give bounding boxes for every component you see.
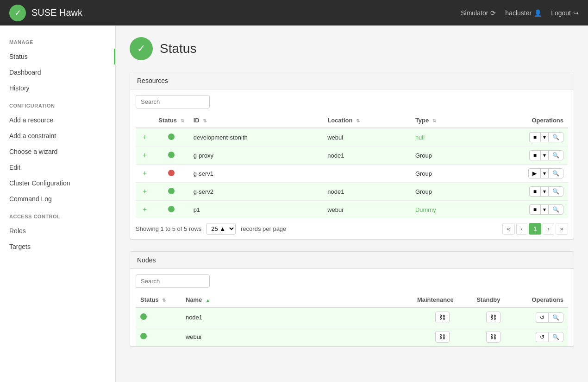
table-row: +p1webuiDummy■▾🔍 [136, 201, 568, 219]
sidebar-item-status[interactable]: Status [0, 49, 115, 64]
sidebar-item-add-constraint[interactable]: Add a constraint [0, 128, 115, 144]
nodes-col-maintenance-header[interactable]: Maintenance [413, 293, 472, 307]
sidebar-item-edit[interactable]: Edit [0, 159, 115, 175]
sort-type-icon: ⇅ [432, 118, 436, 123]
page-next-btn[interactable]: › [543, 223, 554, 235]
resource-search-btn[interactable]: 🔍 [548, 186, 563, 197]
sidebar-item-targets[interactable]: Targets [0, 239, 115, 255]
logout-label: Logout [551, 9, 571, 17]
expand-row-btn[interactable]: + [140, 151, 149, 159]
resource-type-link[interactable]: Dummy [415, 206, 436, 213]
resource-type-link[interactable]: null [415, 134, 425, 141]
status-dot [168, 134, 175, 140]
resource-type-cell[interactable]: Dummy [411, 201, 474, 219]
col-id-header[interactable]: ID ⇅ [189, 113, 323, 128]
expand-row-btn[interactable]: + [140, 169, 149, 178]
simulator-link[interactable]: Simulator ⟳ [461, 9, 496, 17]
nodes-col-name-header[interactable]: Name ▲ [181, 293, 413, 307]
page-first-btn[interactable]: « [502, 223, 515, 235]
nodes-search-input[interactable] [136, 274, 210, 288]
col-status-header[interactable]: Status ⇅ [154, 113, 188, 128]
sidebar-item-command-log[interactable]: Command Log [0, 191, 115, 207]
nodes-table: Status ⇅ Name ▲ Maintenance St [136, 293, 568, 346]
sort-id-icon: ⇅ [203, 118, 206, 123]
table-row: +development-stonithwebuinull■▾🔍 [136, 128, 568, 146]
resource-search-btn[interactable]: 🔍 [548, 168, 563, 178]
page-1-btn[interactable]: 1 [529, 223, 541, 235]
page-last-btn[interactable]: » [556, 223, 568, 235]
sidebar: MANAGE Status Dashboard History CONFIGUR… [0, 25, 116, 382]
table-row: webui⛓⛓↺🔍 [136, 327, 568, 347]
status-dot [140, 313, 147, 320]
user-label: hacluster [505, 9, 532, 17]
resource-location-cell: node1 [323, 146, 411, 165]
resource-action-btn[interactable]: ■ [529, 150, 540, 160]
node-maintenance-cell: ⛓ [413, 327, 472, 347]
standby-toggle-btn[interactable]: ⛓ [486, 331, 500, 343]
sidebar-item-roles[interactable]: Roles [0, 223, 115, 239]
resource-type-cell: Group [411, 183, 474, 201]
header-left: ✓ SUSE Hawk [9, 5, 82, 21]
resources-table: Status ⇅ ID ⇅ Location ⇅ [136, 113, 568, 218]
node-ops-cell: ↺🔍 [515, 307, 568, 327]
expand-row-btn[interactable]: + [140, 187, 149, 196]
node-search-btn[interactable]: 🔍 [548, 312, 563, 323]
resource-dropdown-btn[interactable]: ▾ [540, 132, 548, 142]
resource-search-btn[interactable]: 🔍 [548, 132, 563, 142]
table-row: node1⛓⛓↺🔍 [136, 307, 568, 327]
nodes-col-standby-header[interactable]: Standby [472, 293, 515, 307]
col-location-header[interactable]: Location ⇅ [323, 113, 411, 128]
op-btn-group: ■▾🔍 [529, 132, 563, 142]
table-row: +g-serv2node1Group■▾🔍 [136, 183, 568, 201]
resource-action-btn[interactable]: ■ [529, 186, 540, 197]
status-dot [168, 206, 175, 212]
node-op-btn-group: ↺🔍 [536, 332, 563, 342]
sidebar-item-history[interactable]: History [0, 80, 115, 96]
node-refresh-btn[interactable]: ↺ [536, 312, 548, 323]
standby-toggle-btn[interactable]: ⛓ [486, 312, 500, 323]
col-type-header[interactable]: Type ⇅ [411, 113, 474, 128]
resource-id-cell: g-serv1 [189, 165, 323, 183]
node-standby-cell: ⛓ [472, 327, 515, 347]
app-header: ✓ SUSE Hawk Simulator ⟳ hacluster 👤 Logo… [0, 0, 588, 25]
page-prev-btn[interactable]: ‹ [516, 223, 527, 235]
status-dot [168, 170, 175, 176]
resource-search-btn[interactable]: 🔍 [548, 150, 563, 160]
node-refresh-btn[interactable]: ↺ [536, 332, 548, 342]
resource-dropdown-btn[interactable]: ▾ [540, 204, 548, 215]
node-maintenance-cell: ⛓ [413, 307, 472, 327]
expand-row-btn[interactable]: + [140, 205, 149, 214]
logout-link[interactable]: Logout ↪ [551, 9, 579, 17]
sidebar-item-cluster-config[interactable]: Cluster Configuration [0, 175, 115, 191]
node-search-btn[interactable]: 🔍 [548, 332, 563, 342]
resources-search-input[interactable] [136, 95, 210, 108]
sidebar-item-dashboard[interactable]: Dashboard [0, 64, 115, 80]
sidebar-item-choose-wizard[interactable]: Choose a wizard [0, 144, 115, 159]
status-ok-icon: ✓ [130, 37, 153, 60]
resource-dropdown-btn[interactable]: ▾ [540, 150, 548, 160]
resource-action-btn[interactable]: ■ [529, 132, 540, 142]
resources-heading: Resources [130, 72, 574, 89]
sidebar-item-add-resource[interactable]: Add a resource [0, 112, 115, 128]
app-logo: ✓ [9, 5, 26, 21]
nodes-sort-status-icon: ⇅ [162, 298, 166, 303]
nodes-col-status-header[interactable]: Status ⇅ [136, 293, 181, 307]
resource-action-btn[interactable]: ■ [529, 204, 540, 215]
per-page-select[interactable]: 25 ▲ 50 100 [206, 223, 236, 235]
maintenance-toggle-btn[interactable]: ⛓ [435, 331, 450, 343]
app-title: SUSE Hawk [31, 7, 82, 18]
node-standby-cell: ⛓ [472, 307, 515, 327]
status-dot [140, 333, 147, 339]
resource-dropdown-btn[interactable]: ▾ [540, 186, 548, 197]
user-link[interactable]: hacluster 👤 [505, 9, 542, 17]
resource-dropdown-btn[interactable]: ▾ [540, 168, 548, 178]
maintenance-toggle-btn[interactable]: ⛓ [435, 312, 450, 323]
resource-ops-cell: ■▾🔍 [474, 183, 568, 201]
manage-section-label: MANAGE [0, 32, 115, 49]
expand-row-btn[interactable]: + [140, 133, 149, 141]
node-name-cell: node1 [181, 307, 413, 327]
resource-search-btn[interactable]: 🔍 [548, 204, 563, 215]
resource-action-btn[interactable]: ▶ [528, 168, 540, 178]
resource-id-cell: g-proxy [189, 146, 323, 165]
resource-type-cell[interactable]: null [411, 128, 474, 146]
